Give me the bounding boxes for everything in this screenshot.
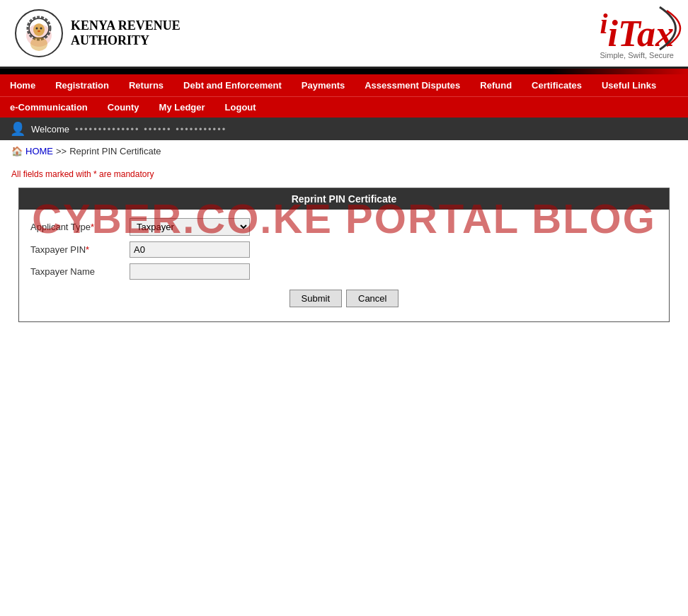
nav-certificates[interactable]: Certificates (522, 74, 592, 96)
black-bar (0, 69, 688, 74)
taxpayer-name-row: Taxpayer Name (30, 263, 658, 280)
home-icon: 🏠 (11, 146, 23, 156)
breadcrumb: 🏠 HOME >> Reprint PIN Certificate (0, 140, 688, 162)
kra-logo: Kenya Revenue Authority (14, 8, 180, 58)
breadcrumb-home[interactable]: HOME (25, 146, 53, 156)
kra-lion-icon (14, 8, 64, 58)
svg-point-6 (40, 28, 42, 30)
nav-my-ledger[interactable]: My Ledger (149, 97, 215, 118)
kra-name: Kenya Revenue Authority (71, 18, 180, 48)
svg-point-8 (30, 37, 47, 51)
primary-nav: Home Registration Returns Debt and Enfor… (0, 74, 688, 96)
submit-button[interactable]: Submit (289, 290, 342, 307)
nav-e-communication[interactable]: e-Communication (0, 97, 98, 118)
taxpayer-name-input[interactable] (130, 263, 250, 280)
nav-assessment-disputes[interactable]: Assessment Disputes (355, 74, 470, 96)
form-body: Applicant Type* Taxpayer Tax Agent Other… (19, 210, 669, 321)
taxpayer-name-label: Taxpayer Name (30, 266, 130, 277)
svg-point-7 (38, 30, 40, 32)
form-buttons: Submit Cancel (30, 290, 658, 313)
nav-debt-enforcement[interactable]: Debt and Enforcement (173, 74, 292, 96)
welcome-username: •••••••••••••• •••••• ••••••••••• (75, 124, 227, 135)
applicant-type-select[interactable]: Taxpayer Tax Agent Other (130, 218, 250, 236)
user-icon: 👤 (10, 121, 25, 137)
secondary-nav: e-Communication County My Ledger Logout (0, 96, 688, 118)
header: Kenya Revenue Authority iiTax Simple, Sw… (0, 0, 688, 69)
svg-point-4 (33, 23, 45, 36)
taxpayer-pin-row: Taxpayer PIN* (30, 241, 658, 258)
breadcrumb-separator: >> (56, 146, 67, 156)
nav-useful-links[interactable]: Useful Links (592, 74, 666, 96)
breadcrumb-current: Reprint PIN Certificate (69, 146, 161, 156)
welcome-label: Welcome (31, 124, 69, 135)
applicant-type-row: Applicant Type* Taxpayer Tax Agent Other (30, 218, 658, 236)
form-container: CYBER.CO.KE PORTAL BLOG Reprint PIN Cert… (11, 188, 677, 322)
nav-registration[interactable]: Registration (45, 74, 119, 96)
nav-returns[interactable]: Returns (119, 74, 173, 96)
reprint-form-box: Reprint PIN Certificate Applicant Type* … (18, 188, 670, 322)
applicant-type-label: Applicant Type* (30, 222, 130, 232)
svg-point-5 (36, 28, 38, 30)
taxpayer-pin-label: Taxpayer PIN* (30, 244, 130, 255)
main-content: All fields marked with * are mandatory C… (0, 162, 688, 329)
nav-refund[interactable]: Refund (470, 74, 522, 96)
welcome-bar: 👤 Welcome •••••••••••••• •••••• ••••••••… (0, 118, 688, 140)
nav-county[interactable]: County (98, 97, 149, 118)
nav-home[interactable]: Home (0, 74, 45, 96)
cancel-button[interactable]: Cancel (346, 290, 399, 307)
taxpayer-pin-input[interactable] (130, 241, 250, 258)
mandatory-note: All fields marked with * are mandatory (11, 169, 677, 179)
form-box-title: Reprint PIN Certificate (19, 188, 669, 210)
itax-logo: iiTax Simple, Swift, Secure (600, 7, 674, 59)
itax-arc-icon (653, 4, 688, 53)
nav-logout[interactable]: Logout (215, 97, 266, 118)
nav-payments[interactable]: Payments (292, 74, 355, 96)
